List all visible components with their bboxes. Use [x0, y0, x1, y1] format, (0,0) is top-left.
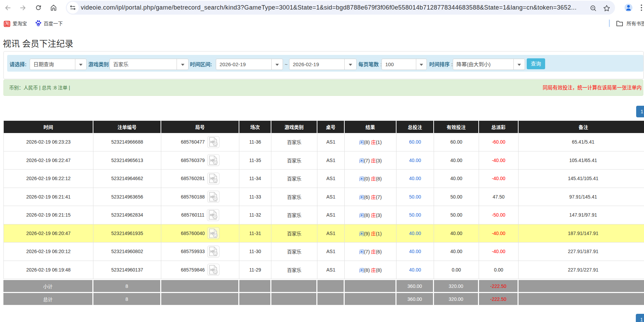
- svg-text:du: du: [37, 24, 40, 26]
